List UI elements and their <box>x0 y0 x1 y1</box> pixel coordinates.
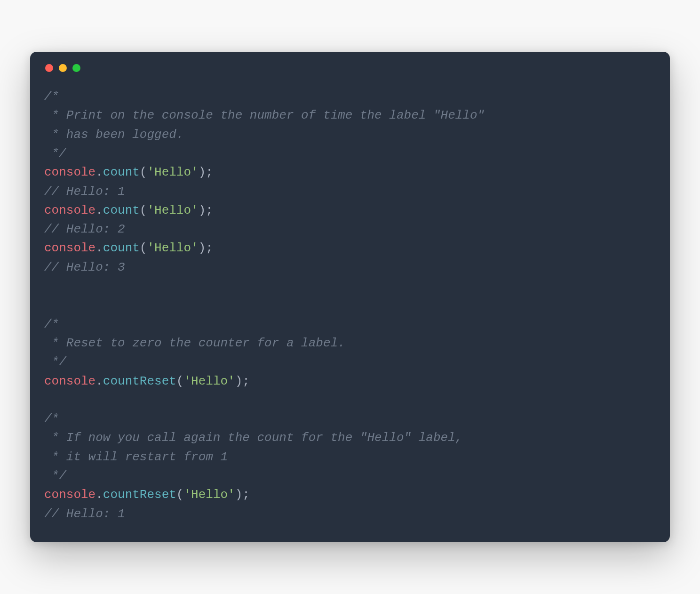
page-canvas: /* * Print on the console the number of … <box>0 0 700 594</box>
close-icon[interactable] <box>45 64 53 72</box>
code-window: /* * Print on the console the number of … <box>30 52 670 542</box>
window-titlebar <box>44 64 656 87</box>
zoom-icon[interactable] <box>72 64 80 72</box>
minimize-icon[interactable] <box>59 64 67 72</box>
code-block: /* * Print on the console the number of … <box>44 87 656 523</box>
